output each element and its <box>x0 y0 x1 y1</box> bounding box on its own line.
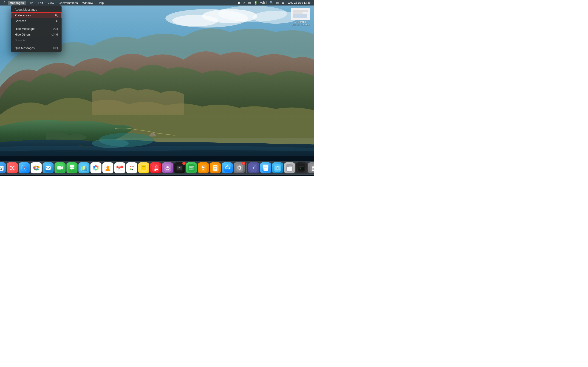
svg-rect-14 <box>293 12 303 14</box>
menu-item-show-all[interactable]: Show All <box>11 37 61 43</box>
bluetooth-icon[interactable]: ✕ <box>242 1 246 4</box>
dock-icon-music[interactable] <box>150 162 161 173</box>
svg-text:DEC: DEC <box>118 166 121 168</box>
dock-icon-terminal[interactable]: $ _ <box>296 162 307 173</box>
dock-icon-chrome[interactable] <box>31 162 42 173</box>
menubar-edit[interactable]: Edit <box>36 1 45 5</box>
svg-rect-72 <box>132 168 134 168</box>
menu-item-services[interactable]: Services ▶ <box>11 18 61 24</box>
screen-record-icon[interactable]: ⏺ <box>236 1 241 5</box>
menubar-window[interactable]: Window <box>80 1 95 5</box>
svg-rect-89 <box>189 166 194 167</box>
menubar-conversations[interactable]: Conversations <box>57 1 79 5</box>
svg-rect-98 <box>202 170 205 170</box>
svg-point-44 <box>70 167 71 168</box>
svg-point-69 <box>130 166 131 167</box>
siri-icon[interactable]: ◉ <box>281 1 285 5</box>
dock-icon-reminders[interactable] <box>126 162 137 173</box>
svg-rect-77 <box>142 167 146 167</box>
svg-point-27 <box>12 167 13 169</box>
display-icon[interactable]: ▦ <box>247 1 251 5</box>
dock-icon-appletv[interactable]: tv 1 <box>174 162 185 173</box>
dock-icon-notes[interactable] <box>138 162 149 173</box>
dock-icon-safari[interactable] <box>19 162 30 173</box>
svg-rect-111 <box>239 165 240 167</box>
svg-rect-78 <box>142 168 145 168</box>
svg-rect-140 <box>299 166 304 167</box>
dock-icon-numbers[interactable] <box>186 162 197 173</box>
dock-icon-messages[interactable] <box>67 162 78 173</box>
hide-messages-shortcut: ⌘H <box>53 27 58 31</box>
dock-icon-calendar[interactable]: DEC 28 <box>114 162 125 173</box>
svg-rect-13 <box>293 10 308 12</box>
dock-icon-photos[interactable] <box>90 162 102 173</box>
dock-icon-mail[interactable] <box>43 162 54 173</box>
svg-rect-74 <box>132 169 133 170</box>
menubar-messages[interactable]: Messages <box>8 1 26 5</box>
dock-icon-contacts[interactable] <box>103 162 113 173</box>
dock-icon-system-preferences[interactable]: 1 <box>234 162 245 173</box>
dock-icon-podcasts[interactable] <box>162 162 173 173</box>
menu-divider-2 <box>11 44 61 44</box>
menu-item-hide-others[interactable]: Hide Others ⌥⌘H <box>11 32 61 37</box>
svg-point-38 <box>36 167 37 169</box>
svg-point-81 <box>154 169 156 171</box>
messages-dropdown-menu: About Messages Preferences… ⌘, Services … <box>11 6 61 52</box>
dock-icon-launchpad[interactable] <box>7 162 18 173</box>
svg-rect-15 <box>293 14 307 18</box>
dock-icon-pages[interactable] <box>210 162 221 173</box>
svg-point-8 <box>78 144 82 147</box>
quit-shortcut: ⌘Q <box>53 47 58 50</box>
menu-item-quit[interactable]: Quit Messages ⌘Q <box>11 45 61 51</box>
svg-rect-97 <box>203 169 204 170</box>
svg-rect-93 <box>191 169 193 169</box>
control-center-icon[interactable]: ⊞ <box>275 1 279 5</box>
svg-point-26 <box>13 169 15 170</box>
svg-point-9 <box>86 146 89 148</box>
svg-point-10 <box>95 146 98 147</box>
menu-item-preferences[interactable]: Preferences… ⌘, <box>11 12 61 18</box>
svg-point-73 <box>130 169 131 170</box>
dock-icon-appstore[interactable] <box>222 162 233 173</box>
menubar-view[interactable]: View <box>46 1 56 5</box>
screenshot-thumbnail-image <box>291 8 310 20</box>
svg-point-3 <box>172 15 218 26</box>
menubar-help[interactable]: Help <box>96 1 106 5</box>
dock-separator <box>246 163 247 173</box>
dock-icon-teams[interactable]: T 👤 <box>248 162 259 173</box>
dock-icon-image-capture[interactable] <box>272 162 283 173</box>
menu-item-about[interactable]: About Messages <box>11 7 61 12</box>
dock-icon-finder[interactable] <box>0 162 6 173</box>
svg-rect-113 <box>237 168 238 168</box>
screenshot-label: Screenshot 2022-12…13.30.29 <box>290 21 311 26</box>
wifi-icon[interactable]: WiFi <box>259 1 267 5</box>
dock-icon-keynote[interactable] <box>198 162 209 173</box>
svg-rect-135 <box>287 167 292 171</box>
apple-menu[interactable]:  <box>2 1 7 5</box>
svg-point-57 <box>95 167 97 169</box>
menubar:  Messages File Edit View Conversations … <box>0 0 314 6</box>
dock-icon-preview[interactable] <box>260 162 271 173</box>
svg-rect-90 <box>190 167 191 168</box>
menubar-right: ⏺ ✕ ▦ 🔋 WiFi 🔍 ⊞ ◉ Wed 28 Dec 13:36 <box>236 1 312 5</box>
screenshot-thumbnail-preview <box>293 9 309 19</box>
svg-rect-137 <box>288 169 291 169</box>
dock-icon-file-manager[interactable] <box>284 162 295 173</box>
svg-rect-114 <box>241 168 242 168</box>
menubar-file[interactable]: File <box>27 1 35 5</box>
search-icon[interactable]: 🔍 <box>269 1 274 5</box>
dock-icon-maps[interactable] <box>78 162 90 173</box>
dock-icon-facetime[interactable] <box>55 162 66 173</box>
menubar-left:  Messages File Edit View Conversations … <box>2 1 105 5</box>
svg-text:👤: 👤 <box>254 165 256 167</box>
svg-rect-127 <box>264 169 267 169</box>
menu-item-hide-messages[interactable]: Hide Messages ⌘H <box>11 26 61 32</box>
services-submenu-arrow: ▶ <box>56 19 58 23</box>
datetime-display[interactable]: Wed 28 Dec 13:36 <box>286 1 312 4</box>
svg-rect-102 <box>214 167 217 167</box>
battery-icon[interactable]: 🔋 <box>253 1 258 5</box>
dock-icon-trash[interactable] <box>308 162 314 173</box>
svg-rect-91 <box>191 167 193 168</box>
svg-point-71 <box>130 168 131 169</box>
hide-others-shortcut: ⌥⌘H <box>50 33 58 36</box>
